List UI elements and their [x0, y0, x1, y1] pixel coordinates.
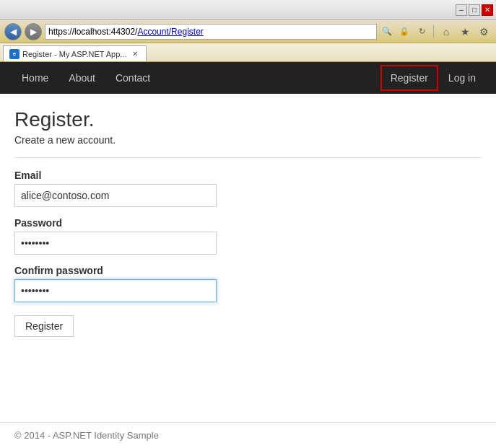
tab-label: Register - My ASP.NET App...	[22, 50, 127, 58]
favorites-icon[interactable]: ★	[457, 24, 473, 40]
nav-right: Register Log in	[380, 62, 484, 94]
email-input[interactable]	[14, 184, 217, 207]
browser-window: – □ ✕ ◀ ▶ https://localhost:44302/Accoun…	[0, 0, 496, 448]
page-subtitle: Create a new account.	[14, 134, 482, 146]
nav-register[interactable]: Register	[380, 65, 438, 91]
confirm-password-input[interactable]	[14, 279, 217, 302]
forward-button[interactable]: ▶	[25, 23, 42, 40]
section-divider	[14, 157, 482, 158]
nav-login[interactable]: Log in	[440, 62, 484, 94]
confirm-password-group: Confirm password	[14, 265, 482, 302]
lock-icon: 🔒	[397, 25, 412, 39]
email-label: Email	[14, 170, 482, 181]
nav-links: Home About Contact	[12, 62, 380, 94]
title-bar: – □ ✕	[0, 0, 496, 20]
tab-bar: e Register - My ASP.NET App... ✕	[0, 43, 496, 62]
register-button[interactable]: Register	[14, 315, 74, 337]
close-button[interactable]: ✕	[482, 4, 493, 16]
minimize-button[interactable]: –	[456, 4, 467, 16]
address-bar-row: ◀ ▶ https://localhost:44302/Account/Regi…	[0, 20, 496, 43]
refresh-icon[interactable]: ↻	[414, 25, 429, 39]
tools-icon[interactable]: ⚙	[476, 24, 492, 40]
password-group: Password	[14, 217, 482, 255]
main-content: Register. Create a new account. Email Pa…	[0, 94, 496, 422]
maximize-button[interactable]: □	[469, 4, 480, 16]
password-label: Password	[14, 217, 482, 229]
forward-icon: ▶	[30, 27, 37, 37]
email-group: Email	[14, 170, 482, 207]
title-bar-buttons: – □ ✕	[456, 4, 493, 16]
footer-text: © 2014 - ASP.NET Identity Sample	[14, 430, 159, 441]
page-title: Register.	[14, 108, 482, 131]
site-nav: Home About Contact Register Log in	[0, 62, 496, 94]
page-footer: © 2014 - ASP.NET Identity Sample	[0, 422, 496, 448]
nav-home[interactable]: Home	[12, 62, 58, 94]
page-content: Home About Contact Register Log in Regis…	[0, 62, 496, 448]
nav-about[interactable]: About	[58, 62, 105, 94]
submit-group: Register	[14, 312, 482, 337]
tab-favicon: e	[9, 49, 19, 59]
search-icon[interactable]: 🔍	[380, 25, 394, 39]
password-input[interactable]	[14, 232, 217, 255]
active-tab[interactable]: e Register - My ASP.NET App... ✕	[3, 45, 147, 61]
back-icon: ◀	[10, 27, 17, 37]
home-icon[interactable]: ⌂	[438, 24, 454, 40]
tab-close-button[interactable]: ✕	[130, 49, 140, 59]
url-path: Account/Register	[137, 27, 203, 37]
register-form: Email Password Confirm password Register	[14, 170, 482, 337]
back-button[interactable]: ◀	[4, 23, 22, 40]
nav-contact[interactable]: Contact	[105, 62, 160, 94]
confirm-password-label: Confirm password	[14, 265, 482, 276]
url-prefix: https://localhost:44302/	[48, 27, 137, 37]
address-input[interactable]: https://localhost:44302/Account/Register	[45, 24, 377, 40]
